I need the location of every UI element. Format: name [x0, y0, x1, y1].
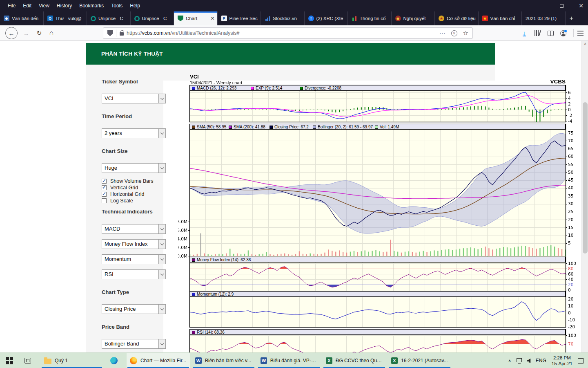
- horizontal-grid-option[interactable]: Horizontal Grid: [102, 191, 144, 197]
- scrollbar-thumb[interactable]: [583, 102, 588, 254]
- taskbar-word-2[interactable]: WBiểu đánh giá. VP-1...: [257, 353, 321, 368]
- chevron-down-icon[interactable]: [158, 305, 165, 314]
- chevron-down-icon[interactable]: [158, 339, 165, 348]
- url-text[interactable]: https://vcbs.com.vn/vn/Utilities/Technic…: [127, 30, 240, 36]
- checkbox-horizontal-grid[interactable]: [102, 192, 107, 197]
- checkbox-show-volume-bars[interactable]: [102, 179, 107, 184]
- tab-close-icon[interactable]: ✕: [209, 16, 214, 21]
- macd-legend-swatch: [192, 87, 195, 90]
- time-period-select[interactable]: 2 years: [102, 128, 166, 138]
- menu-view[interactable]: View: [35, 1, 53, 10]
- log-scale-option[interactable]: Log Scale: [102, 198, 133, 204]
- stock-bars-icon: [265, 16, 270, 21]
- indicator-1-select[interactable]: MACD: [102, 224, 166, 234]
- app-menu-button[interactable]: [574, 25, 586, 41]
- chevron-down-icon[interactable]: [158, 224, 165, 233]
- tab-van-ban-chi[interactable]: ★Văn bản chỉ: [479, 11, 522, 25]
- checkbox-vertical-grid[interactable]: [102, 185, 107, 190]
- task-view-button[interactable]: [21, 353, 34, 368]
- tracking-protection-shield-icon[interactable]: [107, 30, 113, 36]
- divergence-legend-swatch: [300, 87, 303, 90]
- taskbar-word-1[interactable]: WBiên bản làm việc v...: [192, 353, 255, 368]
- tab-thong-tin-co[interactable]: Thông tin cổ: [348, 11, 392, 25]
- page-scrollbar[interactable]: ∧: [581, 41, 588, 352]
- menu-history[interactable]: History: [53, 1, 76, 10]
- home-button[interactable]: ⌂: [46, 25, 57, 41]
- start-button[interactable]: [2, 353, 16, 368]
- indicator-2-select[interactable]: Money Flow Index: [102, 239, 166, 249]
- tab-uniprice-2[interactable]: Uniprice - C: [131, 11, 174, 25]
- network-icon[interactable]: [517, 358, 522, 362]
- outlook-icon: O: [47, 16, 53, 21]
- tab-van-ban-den[interactable]: ◆Văn bản đến: [0, 11, 44, 25]
- candlestick-icon: [352, 16, 357, 21]
- excel-icon: X: [391, 357, 398, 364]
- taskbar-firefox[interactable]: Chart — Mozilla Fir...: [127, 353, 190, 368]
- scrollbar-up-arrow-icon[interactable]: ∧: [582, 42, 588, 46]
- menu-edit[interactable]: Edit: [19, 1, 35, 10]
- taskbar-excel-2[interactable]: X16-2-2021 (Autosav...: [388, 353, 451, 368]
- tab-co-so-du-lieu[interactable]: ★Cơ sở dữ liệu: [435, 11, 479, 25]
- account-button[interactable]: [557, 25, 569, 41]
- chevron-down-icon[interactable]: [158, 94, 165, 103]
- tab-nghi-quyet[interactable]: ◉Nghị quyết: [392, 11, 435, 25]
- sidebar-toggle-button[interactable]: [545, 25, 556, 41]
- chevron-down-icon[interactable]: [158, 255, 165, 264]
- downloads-button[interactable]: ↓: [519, 25, 530, 41]
- show-volume-bars-option[interactable]: Show Volume Bars: [102, 178, 154, 184]
- tab-chart-active[interactable]: Chart✕: [174, 11, 218, 25]
- forward-button[interactable]: →: [20, 25, 32, 41]
- vertical-grid-option[interactable]: Vertical Grid: [102, 185, 138, 191]
- tray-expand-icon[interactable]: ∧: [508, 358, 511, 364]
- navigation-toolbar: ← → ↻ ⌂ https://vcbs.com.vn/vn/Utilities…: [0, 25, 588, 41]
- tab-stockbiz[interactable]: Stockbiz.vn: [261, 11, 305, 25]
- tab-pdf-document[interactable]: 2021-03-29 (1) -: [522, 11, 566, 25]
- menu-tools[interactable]: Tools: [107, 1, 126, 10]
- chart-type-label: Chart Type: [102, 289, 129, 295]
- ticker-symbol-select[interactable]: VCI: [102, 94, 166, 103]
- back-button[interactable]: ←: [3, 25, 20, 41]
- taskbar-excel-1[interactable]: XĐG CCVC theo Quý...: [323, 353, 386, 368]
- checkbox-log-scale[interactable]: [102, 198, 107, 203]
- volume-button[interactable]: )): [527, 359, 530, 363]
- download-icon: ↓: [523, 30, 526, 36]
- menu-bookmarks[interactable]: Bookmarks: [76, 1, 107, 10]
- menu-file[interactable]: File: [4, 1, 19, 10]
- volume-legend-swatch: [375, 126, 378, 129]
- close-window-button[interactable]: ✕: [577, 2, 585, 9]
- notification-center-icon[interactable]: [578, 358, 584, 364]
- new-tab-button[interactable]: +: [566, 11, 578, 25]
- technical-analysis-chart: [178, 74, 588, 352]
- pocket-icon[interactable]: ∨: [451, 30, 457, 36]
- tab-outlook-mail[interactable]: OThư - vulq@: [44, 11, 87, 25]
- tab-pinetree[interactable]: ₱PineTree Sec: [218, 11, 261, 25]
- library-button[interactable]: [532, 25, 543, 41]
- lock-icon[interactable]: [120, 32, 124, 36]
- folder-icon: [44, 359, 51, 364]
- chevron-down-icon[interactable]: [158, 129, 165, 138]
- taskbar-edge[interactable]: [107, 353, 121, 368]
- chart-type-select[interactable]: Closing Price: [102, 304, 166, 314]
- bookmark-star-icon[interactable]: ☆: [463, 29, 468, 37]
- taskbar-folder-quy1[interactable]: Quý 1: [41, 353, 103, 368]
- chart-size-select[interactable]: Huge: [102, 163, 166, 173]
- indicator-4-select[interactable]: RSI: [102, 269, 166, 279]
- url-bar[interactable]: https://vcbs.com.vn/vn/Utilities/Technic…: [103, 27, 473, 39]
- reload-button[interactable]: ↻: [33, 25, 45, 41]
- chevron-down-icon[interactable]: [158, 240, 165, 249]
- chevron-down-icon[interactable]: [158, 164, 165, 173]
- momentum-legend: Momentum (12): 2.9: [190, 291, 566, 297]
- tab-bar: ◆Văn bản đến OThư - vulq@ Uniprice - C U…: [0, 11, 588, 25]
- menu-help[interactable]: Help: [126, 1, 144, 10]
- chevron-down-icon[interactable]: [158, 270, 165, 279]
- restore-window-button[interactable]: [558, 2, 565, 9]
- tab-facebook[interactable]: f(2) XRC (Xte: [305, 11, 348, 25]
- indicator-3-select[interactable]: Momentum: [102, 254, 166, 264]
- price-legend: SMA (50): 58.95 SMA (200): 41.88 Closing…: [190, 124, 566, 130]
- language-indicator[interactable]: ENG: [536, 358, 546, 364]
- taskbar-clock[interactable]: 2:28 PM15-Apr-21: [552, 355, 572, 366]
- chart-size-label: Chart Size: [102, 148, 128, 154]
- tab-uniprice-1[interactable]: Uniprice - C: [87, 11, 131, 25]
- page-actions-dots-icon[interactable]: ⋯: [439, 29, 445, 37]
- price-band-select[interactable]: Bollinger Band: [102, 339, 166, 349]
